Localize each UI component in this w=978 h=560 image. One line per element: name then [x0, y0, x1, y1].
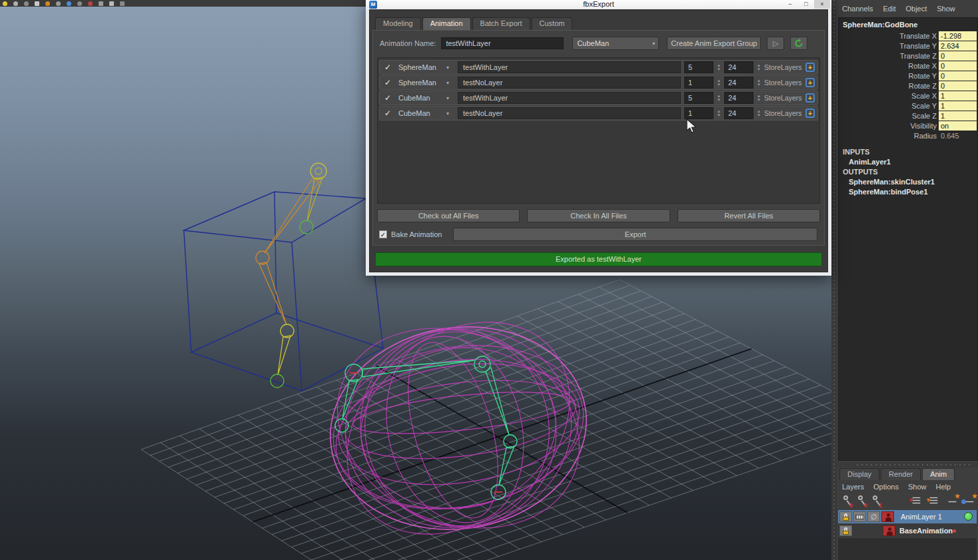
tab-custom[interactable]: Custom — [532, 17, 573, 30]
tab-batch-export[interactable]: Batch Export — [472, 17, 530, 30]
output-node[interactable]: SphereMan:skinCluster1 — [839, 177, 977, 187]
start-frame-stepper[interactable]: ▲▼ — [715, 63, 723, 71]
start-frame-input[interactable]: 5 — [684, 61, 714, 73]
tab-animation[interactable]: Animation — [422, 17, 471, 30]
toolbar-icon[interactable] — [35, 1, 39, 6]
end-frame-input[interactable]: 24 — [724, 61, 753, 73]
menu-object[interactable]: Object — [905, 5, 927, 13]
end-frame-input[interactable]: 24 — [724, 92, 753, 104]
add-clip-button[interactable]: + — [803, 78, 817, 87]
tab-anim[interactable]: Anim — [922, 468, 955, 480]
row-character-dropdown[interactable]: SphereMan▾ — [396, 79, 454, 87]
start-frame-stepper[interactable]: ▲▼ — [715, 109, 723, 117]
lock-icon[interactable] — [839, 525, 852, 536]
create-layer-from-selected-icon[interactable]: ★ — [963, 495, 975, 506]
menu-options[interactable]: Options — [873, 483, 899, 491]
layer-name[interactable]: BaseAnimation — [899, 527, 953, 535]
minimize-button[interactable]: − — [782, 0, 798, 9]
toolbar-icon[interactable] — [13, 1, 18, 6]
start-frame-stepper[interactable]: ▲▼ — [715, 94, 723, 102]
export-button[interactable]: Export — [453, 228, 817, 241]
row-checkbox[interactable]: ✓ — [380, 63, 396, 72]
cube-skeleton[interactable] — [256, 163, 326, 388]
panel-splitter[interactable] — [837, 462, 978, 467]
attr-value-field[interactable]: 0 — [939, 71, 977, 81]
toolbar-icon[interactable] — [88, 1, 93, 6]
row-checkbox[interactable]: ✓ — [380, 78, 396, 87]
toolbar-icon[interactable] — [99, 1, 103, 6]
row-character-dropdown[interactable]: CubeMan▾ — [396, 109, 454, 117]
attr-value-field[interactable]: 2.634 — [939, 41, 977, 51]
attr-value-field[interactable]: 0 — [939, 61, 977, 71]
end-frame-stepper[interactable]: ▲▼ — [755, 63, 763, 71]
tab-modeling[interactable]: Modeling — [375, 17, 421, 30]
layer-name[interactable]: AnimLayer 1 — [901, 513, 942, 521]
bake-animation-checkbox[interactable]: ✓ — [379, 230, 387, 238]
input-node[interactable]: AnimLayer1 — [839, 157, 977, 167]
selected-object-name[interactable]: SphereMan:GodBone — [839, 18, 977, 31]
end-frame-input[interactable]: 24 — [724, 77, 753, 89]
check-out-all-files-button[interactable]: Check out All Files — [377, 209, 520, 222]
clip-name-input[interactable]: testNoLayer — [458, 77, 681, 89]
attr-value-field[interactable]: 1 — [939, 101, 977, 111]
start-frame-stepper[interactable]: ▲▼ — [715, 79, 723, 87]
toolbar-icon[interactable] — [77, 1, 82, 6]
menu-show[interactable]: Show — [908, 483, 927, 491]
sync-button[interactable] — [790, 37, 807, 50]
toolbar-icon[interactable] — [109, 1, 114, 6]
menu-edit[interactable]: Edit — [883, 5, 895, 13]
toolbar-icon[interactable] — [120, 1, 125, 6]
revert-all-files-button[interactable]: Revert All Files — [678, 209, 820, 222]
row-character-dropdown[interactable]: SphereMan▾ — [396, 63, 454, 71]
toolbar-icon[interactable] — [56, 1, 61, 6]
sphere-mesh-wireframe[interactable] — [305, 278, 612, 560]
character-dropdown[interactable]: CubeMan ▾ — [572, 37, 659, 50]
add-clip-button[interactable]: + — [803, 93, 817, 103]
row-checkbox[interactable]: ✓ — [380, 109, 396, 118]
end-frame-stepper[interactable]: ▲▼ — [755, 94, 763, 102]
close-button[interactable]: × — [814, 0, 830, 9]
clip-name-input[interactable]: testWithLayer — [458, 61, 681, 73]
menu-help[interactable]: Help — [935, 483, 951, 491]
attr-value-field[interactable]: 1 — [939, 91, 977, 101]
keyboard-icon[interactable] — [853, 511, 866, 522]
create-empty-layer-icon[interactable]: ★ — [946, 495, 958, 506]
maximize-button[interactable]: □ — [798, 0, 814, 9]
lock-icon[interactable] — [839, 511, 852, 522]
layer-active-indicator[interactable] — [964, 512, 973, 521]
person-icon[interactable] — [881, 511, 894, 522]
row-character-dropdown[interactable]: CubeMan▾ — [396, 94, 454, 102]
start-frame-input[interactable]: 5 — [684, 92, 714, 104]
add-clip-button[interactable]: + — [803, 63, 817, 72]
end-frame-stepper[interactable]: ▲▼ — [755, 109, 763, 117]
anim-layer-row-selected[interactable]: ∅ AnimLayer 1 — [838, 510, 977, 523]
layer-exclude-icon[interactable]: ▼ — [927, 495, 939, 506]
zero-key-icon[interactable]: 0 — [842, 495, 853, 507]
person-icon[interactable] — [883, 525, 895, 536]
attr-value-field[interactable]: 1 — [939, 111, 977, 121]
add-clip-button[interactable]: + — [803, 109, 817, 118]
anim-layer-row[interactable]: BaseAnimation — [838, 524, 977, 537]
check-in-all-files-button[interactable]: Check In All Files — [527, 209, 670, 222]
menu-show[interactable]: Show — [937, 5, 955, 13]
toolbar-icon[interactable] — [24, 1, 29, 6]
animation-name-input[interactable]: testWithLayer — [441, 37, 564, 49]
toolbar-icon[interactable] — [45, 1, 50, 6]
attr-value-field[interactable]: 0 — [939, 81, 977, 91]
block-icon[interactable]: ∅ — [867, 511, 880, 522]
play-button[interactable]: ▷ — [767, 37, 784, 50]
start-frame-input[interactable]: 1 — [684, 77, 714, 89]
tab-display[interactable]: Display — [839, 468, 879, 480]
toolbar-icon[interactable] — [67, 1, 71, 6]
output-node[interactable]: SphereMan:bindPose1 — [839, 187, 977, 197]
end-frame-stepper[interactable]: ▲▼ — [755, 79, 763, 87]
start-frame-input[interactable]: 1 — [684, 107, 714, 119]
menu-channels[interactable]: Channels — [842, 5, 873, 13]
end-frame-input[interactable]: 24 — [724, 107, 753, 119]
tab-render[interactable]: Render — [881, 468, 921, 480]
toolbar-icon[interactable] — [3, 1, 7, 6]
attr-value-field[interactable]: on — [939, 121, 977, 131]
top-toolbar[interactable] — [0, 0, 368, 7]
menu-layers[interactable]: Layers — [842, 483, 864, 491]
zero-key-icon[interactable]: 0 — [857, 495, 867, 507]
